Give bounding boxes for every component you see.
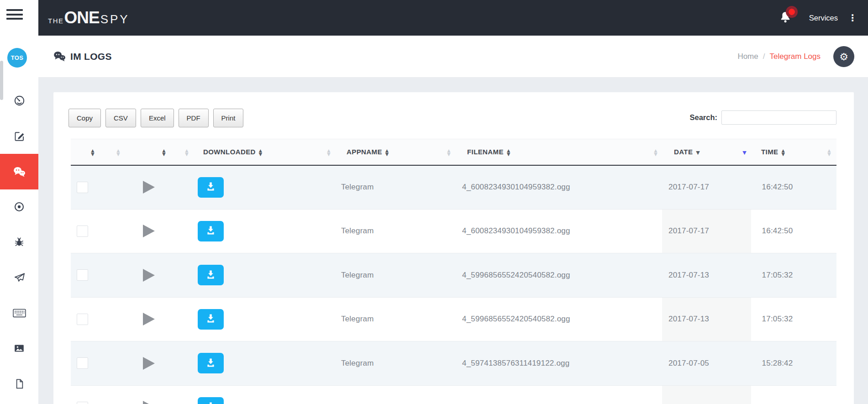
cell-hidden: [292, 165, 335, 210]
sidebar-item-send[interactable]: [0, 260, 38, 296]
table-row: Telegram4_5974138576311419122.ogg2017-07…: [71, 341, 836, 386]
column-label: FILENAME: [467, 148, 504, 156]
cell-hidden: [292, 253, 335, 298]
services-menu[interactable]: Services: [806, 13, 841, 23]
avatar[interactable]: TOS: [7, 48, 27, 68]
sort-icon: ▲▼: [507, 149, 510, 156]
download-button[interactable]: [198, 265, 224, 285]
download-button[interactable]: [198, 397, 224, 404]
chat-bubbles-icon: [53, 50, 66, 64]
download-icon: [205, 181, 216, 193]
sidebar-item-dashboard[interactable]: [0, 83, 38, 119]
sidebar-item-document[interactable]: [0, 366, 38, 402]
copy-button[interactable]: Copy: [68, 109, 101, 127]
row-checkbox[interactable]: [77, 402, 88, 404]
cell-filename: 4_5996856552420540582.ogg: [455, 297, 588, 341]
cell-hidden: [99, 341, 134, 386]
cell-select: [71, 253, 99, 298]
pdf-button[interactable]: PDF: [179, 109, 209, 127]
column-header-hidden-4[interactable]: ▲▼: [417, 139, 455, 165]
excel-button[interactable]: Excel: [141, 109, 174, 127]
column-header-select[interactable]: ▲▼: [71, 139, 99, 165]
download-icon: [205, 269, 216, 281]
play-button[interactable]: [143, 401, 155, 404]
breadcrumb-home-link[interactable]: Home: [737, 52, 758, 61]
sort-icon: ▲▼: [162, 149, 166, 156]
play-button[interactable]: [143, 313, 155, 325]
content-card: CopyCSVExcelPDFPrint Search: ▲▼▲▼▲▼▲▼DOW…: [53, 92, 854, 404]
cell-hidden: [804, 297, 836, 341]
sidebar-item-chat[interactable]: [0, 154, 38, 189]
download-button[interactable]: [198, 353, 224, 373]
notifications-bell-icon[interactable]: [778, 10, 793, 26]
breadcrumb: Home / Telegram Logs: [737, 36, 821, 78]
logo-spy: SPY: [100, 12, 130, 26]
cell-date: 2017-07-05: [662, 385, 715, 404]
row-checkbox[interactable]: [77, 314, 88, 325]
column-header-hidden-7[interactable]: ▲▼: [804, 139, 836, 165]
row-checkbox[interactable]: [77, 226, 88, 237]
cell-play: [134, 341, 170, 386]
kebab-menu-icon[interactable]: ⋮: [847, 12, 858, 23]
search-input[interactable]: [721, 110, 836, 125]
sort-icon: ▲▼: [327, 149, 331, 156]
sidebar-item-image[interactable]: [0, 331, 38, 367]
csv-button[interactable]: CSV: [105, 109, 136, 127]
hamburger-menu-icon[interactable]: [6, 9, 23, 22]
column-header-date[interactable]: DATE▼: [662, 139, 715, 165]
play-button[interactable]: [143, 357, 155, 370]
download-button[interactable]: [198, 177, 224, 198]
download-button[interactable]: [198, 309, 224, 330]
sort-icon: ▲▼: [116, 149, 120, 156]
sort-icon: ▲▼: [185, 149, 189, 156]
download-button[interactable]: [198, 221, 224, 241]
cell-time: 15:28:42: [751, 341, 804, 386]
sidebar-item-keyboard[interactable]: [0, 295, 38, 331]
column-label: DATE: [674, 148, 693, 156]
column-header-appname[interactable]: APPNAME▲▼: [335, 139, 417, 165]
cell-date: 2017-07-13: [662, 253, 715, 298]
column-header-hidden-5[interactable]: ▲▼: [588, 139, 662, 165]
sidebar-item-compose[interactable]: [0, 119, 38, 154]
print-button[interactable]: Print: [213, 109, 244, 127]
cell-select: [71, 341, 99, 386]
column-header-hidden-3[interactable]: ▲▼: [292, 139, 335, 165]
play-button[interactable]: [143, 269, 155, 282]
column-header-play[interactable]: ▲▼: [134, 139, 170, 165]
cell-hidden: [804, 165, 836, 210]
cell-appname: Telegram: [335, 385, 417, 404]
sidebar-item-bug[interactable]: [0, 225, 38, 260]
cell-play: [134, 385, 170, 404]
brand-logo[interactable]: THE ONE SPY: [48, 9, 130, 26]
sort-icon: ▲▼: [91, 149, 95, 156]
sidebar-item-target[interactable]: [0, 189, 38, 225]
row-checkbox[interactable]: [77, 269, 88, 281]
column-header-downloaded[interactable]: DOWNLOADED▲▼: [198, 139, 292, 165]
play-button[interactable]: [143, 181, 155, 194]
cell-hidden: [170, 165, 198, 210]
column-header-hidden-6[interactable]: ▼: [715, 139, 751, 165]
row-checkbox[interactable]: [77, 357, 88, 369]
cell-hidden: [417, 341, 455, 386]
document-icon: [14, 378, 25, 390]
column-header-filename[interactable]: FILENAME▲▼: [455, 139, 588, 165]
cell-download: [198, 253, 292, 298]
cell-hidden: [170, 297, 198, 341]
cell-download: [198, 297, 292, 341]
table-row: Telegram4_5996856552420540582.ogg2017-07…: [71, 297, 836, 341]
play-button[interactable]: [143, 225, 155, 237]
column-header-hidden-2[interactable]: ▲▼: [170, 139, 198, 165]
row-checkbox[interactable]: [77, 182, 88, 193]
cell-hidden: [417, 253, 455, 298]
sort-icon: ▼: [696, 150, 700, 155]
column-header-time[interactable]: TIME▲▼: [751, 139, 804, 165]
cell-hidden: [715, 385, 751, 404]
cell-filename: 4_5974138576311419122.ogg: [455, 385, 588, 404]
cell-select: [71, 165, 99, 210]
settings-gear-button[interactable]: ⚙: [833, 46, 854, 67]
column-header-hidden-1[interactable]: ▲▼: [99, 139, 134, 165]
cell-time: 15:28:42: [751, 385, 804, 404]
cell-hidden: [170, 253, 198, 298]
notification-badge: [786, 6, 798, 18]
chat-icon: [12, 165, 26, 178]
